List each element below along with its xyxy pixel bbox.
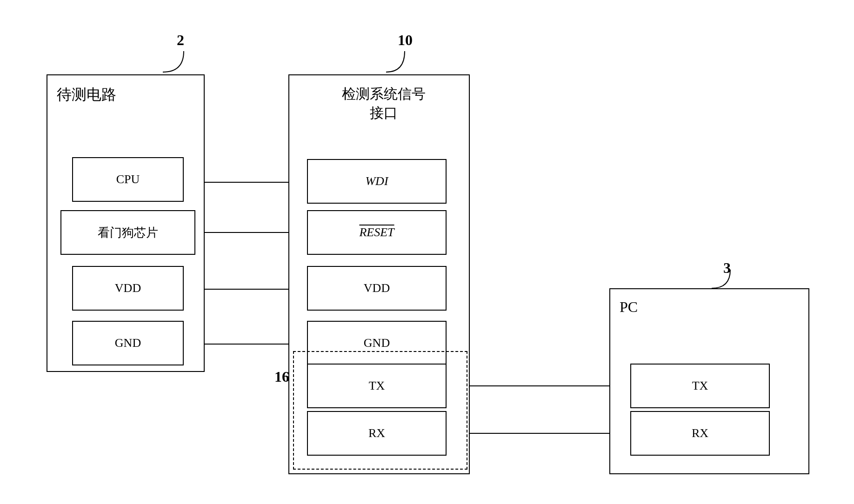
ref-label-16: 16	[274, 368, 289, 385]
pc-label: PC	[620, 298, 638, 316]
gnd-left-label: GND	[115, 336, 141, 350]
vdd-right-box: VDD	[307, 266, 447, 311]
detection-system-label: 检测系统信号 接口	[299, 85, 469, 123]
circuit-under-test-label: 待测电路	[57, 85, 116, 105]
wdi-label: WDI	[365, 174, 388, 188]
gnd-left-box: GND	[72, 321, 184, 365]
reset-box: RESET	[307, 210, 447, 255]
ref-label-3: 3	[723, 259, 731, 277]
vdd-left-box: VDD	[72, 266, 184, 311]
watchdog-label: 看门狗芯片	[98, 225, 158, 241]
ref-label-2: 2	[177, 32, 184, 49]
wdi-box: WDI	[307, 159, 447, 204]
rx-pc-label: RX	[692, 426, 708, 440]
rx-pc-box: RX	[630, 411, 770, 456]
tx-pc-box: TX	[630, 364, 770, 408]
cpu-label: CPU	[116, 172, 140, 186]
vdd-left-label: VDD	[115, 281, 141, 295]
vdd-right-label: VDD	[364, 281, 390, 295]
tx-pc-label: TX	[692, 379, 708, 393]
cpu-box: CPU	[72, 157, 184, 202]
gnd-right-label: GND	[364, 336, 390, 350]
reset-label: RESET	[359, 225, 394, 239]
ref-label-10: 10	[398, 32, 413, 49]
diagram: 2 10 3 16 待测电路 CPU 看门狗芯片 VDD GND 检测系统信号 …	[0, 0, 854, 504]
watchdog-box: 看门狗芯片	[60, 210, 195, 255]
dashed-group-box	[293, 351, 467, 470]
